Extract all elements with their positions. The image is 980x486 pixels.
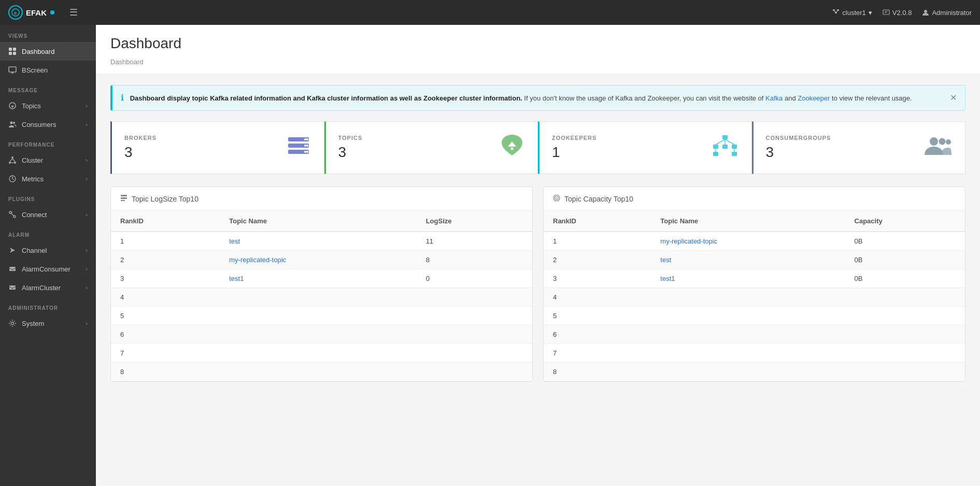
sidebar-item-connect[interactable]: Connect › <box>0 205 96 224</box>
svg-rect-13 <box>13 48 16 51</box>
stat-card-zookeepers[interactable]: ZOOKEEPERS 1 <box>538 121 752 174</box>
sidebar-item-cluster[interactable]: Cluster › <box>0 151 96 169</box>
capacity-topic <box>651 344 845 363</box>
svg-point-39 <box>11 322 14 325</box>
capacity-value: 0B <box>845 232 965 251</box>
svg-text:E: E <box>14 11 17 16</box>
cluster-nav-icon <box>8 156 17 164</box>
stat-card-brokers[interactable]: BROKERS 3 <box>110 121 324 174</box>
svg-line-31 <box>12 179 14 180</box>
stat-card-consumergroups[interactable]: CONSUMERGROUPS 3 <box>752 121 966 174</box>
logsize-topic[interactable]: my-replicated-topic <box>220 251 416 269</box>
alarmcluster-label: AlarmCluster <box>22 284 61 292</box>
sidebar-item-alarmconsumer[interactable]: AlarmConsumer › <box>0 260 96 278</box>
capacity-table-row: 1my-replicated-topic0B <box>544 232 965 251</box>
sidebar-item-metrics[interactable]: Metrics › <box>0 169 96 188</box>
logsize-table-row: 8 <box>111 363 532 381</box>
connect-icon <box>8 210 17 219</box>
sidebar-item-channel[interactable]: Channel › <box>0 241 96 260</box>
logsize-topic <box>220 344 416 363</box>
capacity-col-capacity: Capacity <box>845 211 965 232</box>
capacity-rank: 2 <box>544 251 651 269</box>
alarmconsumer-icon <box>8 265 17 273</box>
svg-rect-3 <box>833 9 835 11</box>
capacity-rank: 6 <box>544 325 651 344</box>
svg-point-11 <box>924 10 927 13</box>
svg-point-48 <box>306 151 308 153</box>
logsize-value <box>417 344 532 363</box>
logo[interactable]: E EFAK <box>8 5 55 20</box>
brokers-icon <box>286 135 311 161</box>
svg-rect-65 <box>121 197 127 199</box>
alert-bold-text: Dashboard display topic Kafka related in… <box>130 94 522 102</box>
svg-point-44 <box>306 138 308 140</box>
logsize-rank: 5 <box>111 307 220 325</box>
alert-kafka-link[interactable]: Kafka <box>765 94 783 102</box>
system-label: System <box>22 320 44 327</box>
logsize-col-rankid: RankID <box>111 211 220 232</box>
alert-text: ℹ Dashboard display topic Kafka related … <box>121 92 944 104</box>
svg-line-54 <box>716 139 725 145</box>
cluster-selector[interactable]: cluster1 ▾ <box>832 9 872 17</box>
cluster-icon <box>832 9 840 16</box>
consumergroups-stat-label: CONSUMERGROUPS <box>766 135 831 141</box>
logsize-value <box>417 325 532 344</box>
sidebar-item-bscreen[interactable]: BScreen <box>0 61 96 79</box>
capacity-table-row: 7 <box>544 344 965 363</box>
logsize-value <box>417 288 532 307</box>
alert-suffix: If you don't know the usage of Kafka and… <box>524 94 765 102</box>
sidebar-item-topics[interactable]: Topics › <box>0 96 96 115</box>
logo-dot-icon <box>50 10 55 15</box>
metrics-label: Metrics <box>22 175 44 183</box>
svg-point-46 <box>306 145 308 147</box>
logsize-value <box>417 363 532 381</box>
svg-rect-5 <box>835 12 837 13</box>
topbar-right: cluster1 ▾ V2.0.8 Administrator <box>832 9 972 17</box>
alarmconsumer-label: AlarmConsumer <box>22 265 70 273</box>
svg-point-49 <box>511 148 514 150</box>
admin-user[interactable]: Administrator <box>922 9 972 17</box>
logsize-rank: 3 <box>111 269 220 288</box>
sidebar-section-message: MESSAGE <box>0 79 96 96</box>
zookeepers-stat-value: 1 <box>552 144 596 161</box>
capacity-rank: 8 <box>544 363 651 381</box>
logsize-table-row: 1test11 <box>111 232 532 251</box>
menu-toggle-icon[interactable]: ☰ <box>69 7 78 18</box>
consumers-icon <box>8 120 17 128</box>
capacity-table-row: 6 <box>544 325 965 344</box>
user-icon <box>922 9 929 16</box>
capacity-topic[interactable]: test <box>651 251 845 269</box>
alert-close-button[interactable]: ✕ <box>950 92 957 104</box>
stat-card-topics[interactable]: TOPICS 3 <box>324 121 538 174</box>
sidebar-section-alarm: ALARM <box>0 224 96 241</box>
capacity-table: RankID Topic Name Capacity 1my-replicate… <box>544 211 965 381</box>
svg-rect-38 <box>9 285 16 290</box>
sidebar-item-consumers[interactable]: Consumers › <box>0 115 96 134</box>
capacity-topic <box>651 288 845 307</box>
alarmconsumer-chevron: › <box>86 266 88 272</box>
capacity-header-icon <box>553 194 560 203</box>
capacity-topic[interactable]: my-replicated-topic <box>651 232 845 251</box>
svg-line-34 <box>11 213 13 216</box>
logsize-value: 8 <box>417 251 532 269</box>
alert-zookeeper-link[interactable]: Zookeeper <box>798 94 830 102</box>
svg-point-43 <box>304 138 306 140</box>
topics-icon <box>8 102 17 110</box>
svg-line-6 <box>834 11 836 12</box>
stat-card-consumergroups-info: CONSUMERGROUPS 3 <box>766 135 831 161</box>
sidebar-item-alarmcluster[interactable]: AlarmCluster › <box>0 278 96 297</box>
logsize-topic[interactable]: test <box>220 232 416 251</box>
svg-rect-16 <box>9 67 16 72</box>
capacity-topic[interactable]: test1 <box>651 269 845 288</box>
metrics-icon <box>8 175 17 183</box>
zookeepers-stat-icon <box>711 134 739 162</box>
svg-point-32 <box>9 211 11 213</box>
sidebar-item-dashboard[interactable]: Dashboard <box>0 42 96 61</box>
alarmcluster-icon <box>8 283 17 292</box>
sidebar-item-system[interactable]: System › <box>0 314 96 333</box>
logsize-topic <box>220 363 416 381</box>
svg-line-56 <box>725 139 734 145</box>
capacity-table-row: 2test0B <box>544 251 965 269</box>
logsize-topic[interactable]: test1 <box>220 269 416 288</box>
connect-chevron: › <box>86 211 88 218</box>
